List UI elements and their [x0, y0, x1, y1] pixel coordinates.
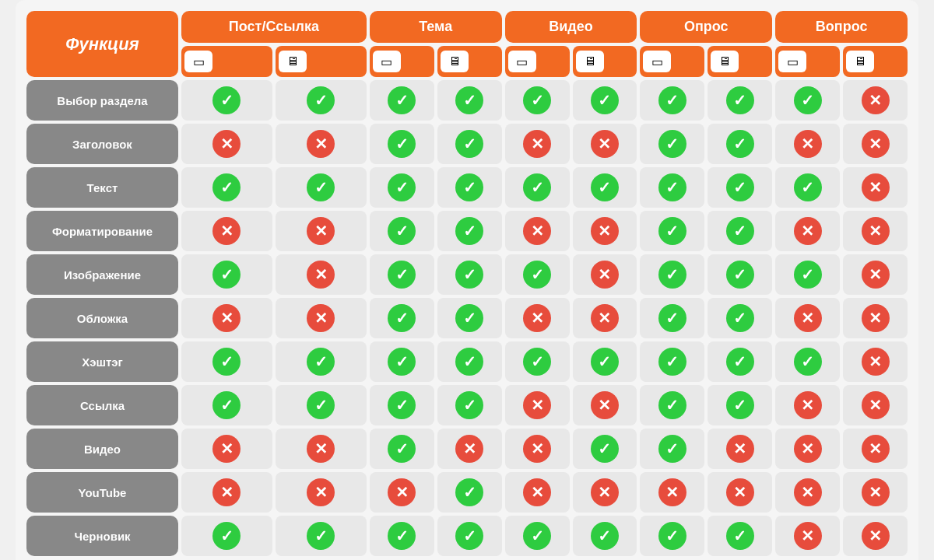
desktop-icon: 🖥 [846, 51, 874, 72]
checkmark-icon [212, 261, 241, 289]
icon-opros-mobile: ▭ [640, 46, 704, 77]
checkmark-icon [307, 522, 335, 550]
cross-icon [591, 304, 619, 332]
cell-8-6 [640, 429, 704, 469]
cell-4-9 [843, 254, 908, 295]
checkmark-icon [658, 261, 686, 289]
cell-10-2 [370, 516, 434, 556]
cell-1-1 [276, 124, 367, 164]
checkmark-icon [658, 173, 686, 201]
checkmark-icon [455, 173, 483, 201]
cell-6-4 [505, 341, 570, 382]
row-label: Хэштэг [26, 341, 178, 382]
cell-1-5 [573, 124, 637, 164]
row-label: YouTube [26, 472, 178, 513]
cross-icon [862, 173, 890, 201]
table-row: Черновик [26, 516, 908, 556]
table-row: Изображение [26, 254, 908, 295]
cross-icon [862, 522, 890, 550]
cell-4-1 [276, 254, 367, 295]
cross-icon [794, 130, 822, 158]
cell-10-5 [573, 516, 637, 556]
table-row: Текст [26, 167, 908, 208]
mobile-icon: ▭ [778, 51, 806, 72]
checkmark-icon [726, 522, 754, 550]
cell-7-7 [708, 385, 772, 425]
cross-icon [523, 304, 551, 332]
checkmark-icon [307, 391, 335, 419]
desktop-icon: 🖥 [711, 51, 739, 72]
checkmark-icon [726, 173, 754, 201]
checkmark-icon [591, 173, 619, 201]
cross-icon [862, 391, 890, 419]
cell-9-5 [573, 472, 637, 513]
cell-7-0 [181, 385, 272, 425]
header-row-labels: Функция Пост/Ссылка Тема Видео Опрос Воп… [26, 11, 908, 43]
col-header-tema: Тема [370, 11, 502, 43]
checkmark-icon [455, 348, 483, 376]
cell-1-2 [370, 124, 434, 164]
cell-6-5 [573, 341, 637, 382]
checkmark-icon [523, 173, 551, 201]
cell-0-9 [843, 80, 908, 121]
cell-5-5 [573, 298, 637, 338]
cross-icon [307, 130, 335, 158]
cell-3-0 [181, 211, 272, 251]
cell-7-5 [573, 385, 637, 425]
checkmark-icon [794, 261, 822, 289]
desktop-icon: 🖥 [279, 51, 307, 72]
cell-9-6 [640, 472, 704, 513]
cross-icon [307, 261, 335, 289]
table-row: Выбор раздела [26, 80, 908, 121]
cross-icon [307, 478, 335, 506]
cell-2-4 [505, 167, 570, 208]
cell-2-7 [708, 167, 772, 208]
cell-7-6 [640, 385, 704, 425]
table-row: Ссылка [26, 385, 908, 425]
checkmark-icon [658, 391, 686, 419]
cell-10-3 [437, 516, 502, 556]
cell-6-9 [843, 341, 908, 382]
icon-opros-desktop: 🖥 [708, 46, 772, 77]
col-header-video: Видео [505, 11, 637, 43]
checkmark-icon [212, 522, 241, 550]
cell-4-4 [505, 254, 570, 295]
cell-9-0 [181, 472, 272, 513]
cell-10-1 [276, 516, 367, 556]
icon-tema-desktop: 🖥 [437, 46, 502, 77]
cross-icon [794, 391, 822, 419]
cross-icon [862, 435, 890, 463]
checkmark-icon [388, 435, 416, 463]
cell-3-3 [437, 211, 502, 251]
checkmark-icon [794, 173, 822, 201]
cross-icon [212, 478, 241, 506]
table-row: Заголовок [26, 124, 908, 164]
cell-9-7 [708, 472, 772, 513]
cell-2-6 [640, 167, 704, 208]
cell-8-8 [775, 429, 840, 469]
icon-video-desktop: 🖥 [573, 46, 637, 77]
cross-icon [794, 522, 822, 550]
cross-icon [523, 435, 551, 463]
checkmark-icon [388, 348, 416, 376]
checkmark-icon [591, 522, 619, 550]
mobile-icon: ▭ [373, 51, 401, 72]
checkmark-icon [726, 391, 754, 419]
checkmark-icon [726, 217, 754, 245]
row-label: Заголовок [26, 124, 178, 164]
cell-1-8 [775, 124, 840, 164]
checkmark-icon [212, 173, 241, 201]
cell-2-1 [276, 167, 367, 208]
cell-3-5 [573, 211, 637, 251]
cell-10-0 [181, 516, 272, 556]
checkmark-icon [388, 391, 416, 419]
cell-3-8 [775, 211, 840, 251]
mobile-icon: ▭ [508, 51, 536, 72]
row-label: Изображение [26, 254, 178, 295]
cell-9-2 [370, 472, 434, 513]
cell-0-0 [181, 80, 272, 121]
checkmark-icon [388, 304, 416, 332]
comparison-table: Функция Пост/Ссылка Тема Видео Опрос Воп… [16, 0, 918, 560]
checkmark-icon [307, 173, 335, 201]
checkmark-icon [658, 304, 686, 332]
